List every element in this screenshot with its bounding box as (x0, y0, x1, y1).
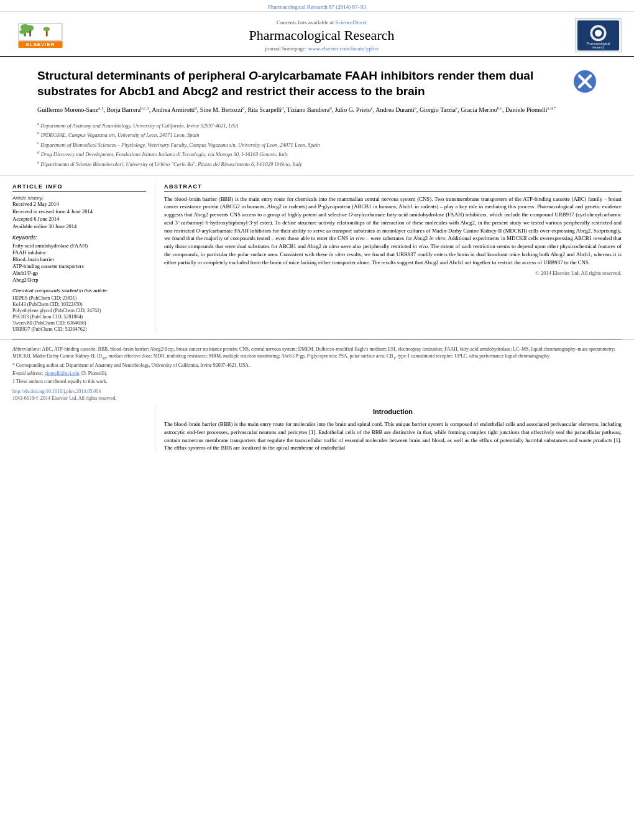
chem-3: Polyethylene glycol (PubChem CID; 24762) (12, 308, 146, 313)
chem-4: PSC833 (PubChem CID; 5281884) (12, 314, 146, 320)
title-row: Structural determinants of peripheral O-… (37, 68, 597, 99)
svg-point-8 (43, 27, 50, 31)
sciencedirect-link[interactable]: ScienceDirect (336, 19, 367, 25)
intro-paragraph: The blood–brain barrier (BBB) is the mai… (164, 420, 622, 452)
intro-heading: Introduction (164, 408, 622, 415)
article-title: Structural determinants of peripheral O-… (37, 68, 567, 99)
history-block: Article history: Received 2 May 2014 Rec… (12, 195, 146, 229)
introduction-section: Introduction The blood–brain barrier (BB… (0, 405, 634, 452)
svg-point-6 (26, 25, 34, 30)
affiliations-block: a Department of Anatomy and Neurobiology… (37, 121, 597, 168)
svg-text:CrossMark: CrossMark (577, 88, 593, 91)
journal-title: Pharmacological Research (68, 27, 575, 44)
keyword-2: FAAH inhibitor (12, 249, 146, 256)
abstract-heading: ABSTRACT (164, 183, 622, 192)
chem-5: Tween-80 (PubChem CID; 6364656) (12, 320, 146, 326)
footnote-section: Abbreviations: ABC, ATP-binding cassette… (0, 339, 634, 406)
journal-homepage-line: journal homepage: www.elsevier.com/locat… (68, 45, 575, 52)
keywords-block: Keywords: Fatty-acid amidohydrolase (FAA… (12, 234, 146, 283)
svg-text:research: research (592, 45, 605, 49)
author-email[interactable]: piomelli@uci.edu (45, 371, 80, 376)
available-date: Available online 30 June 2014 (12, 223, 146, 229)
abstract-text: The blood–brain barrier (BBB) is the mai… (164, 195, 622, 267)
chem-1: HEPES (PubChem CID; 23831) (12, 295, 146, 301)
homepage-url[interactable]: www.elsevier.com/locate/yphrs (308, 45, 379, 52)
keyword-5: Abcb1/P-gp (12, 270, 146, 276)
elsevier-logo: ELSEVIER (12, 23, 68, 48)
chem-compounds-block: Chemical compounds studied in this artic… (12, 288, 146, 332)
abstract-col: ABSTRACT The blood–brain barrier (BBB) i… (155, 183, 622, 333)
corresponding-author: * Corresponding author at: Department of… (12, 362, 622, 369)
abbreviations-text: Abbreviations: ABC, ATP-binding cassette… (12, 346, 622, 361)
history-label: Article history: (12, 195, 146, 201)
article-info-heading: ARTICLE INFO (12, 183, 146, 192)
abbrev-label: Abbreviations: (12, 346, 41, 352)
doi-line: http://dx.doi.org/10.1016/j.phrs.2014.05… (12, 388, 622, 395)
contents-label: Contents lists available at (277, 19, 334, 25)
pharm-logo-svg: Pharmacological research (577, 19, 619, 52)
email-line: E-mail address: piomelli@uci.edu (D. Pio… (12, 371, 622, 377)
info-abstract-section: ARTICLE INFO Article history: Received 2… (0, 176, 634, 333)
chem-6: URB937 (PubChem CID; 53394762) (12, 326, 146, 332)
revised-date: Received in revised form 4 June 2014 (12, 208, 146, 215)
homepage-label: journal homepage: (265, 45, 306, 52)
affil-e: e Dipartimento di Scienze Biomolecolari,… (37, 159, 597, 168)
intro-right-col: Introduction The blood–brain barrier (BB… (155, 405, 622, 452)
journal-ref-bar: Pharmacological Research 87 (2014) 87–93 (0, 0, 634, 12)
journal-header: ELSEVIER Contents lists available at Sci… (0, 12, 634, 57)
abbrev-content: ABC, ATP-binding cassette; BBB, blood–br… (12, 346, 615, 359)
affil-c: c Department of Biomedical Sciences – Ph… (37, 140, 597, 149)
affil-b: b INDEGSAL, Campus Vegazana s/n, Univers… (37, 130, 597, 139)
svg-point-15 (595, 29, 602, 36)
keyword-6: Abcg2/Bcrp (12, 277, 146, 283)
authors-line: Guillermo Moreno-Sanza,1, Borja Barrerab… (37, 105, 597, 115)
copyright-line: © 2014 Elsevier Ltd. All rights reserved… (164, 270, 622, 276)
doi-link[interactable]: http://dx.doi.org/10.1016/j.phrs.2014.05… (12, 389, 101, 394)
crossmark-badge: CrossMark (573, 70, 597, 93)
affil-d: d Drug Discovery and Development, Fondaz… (37, 149, 597, 159)
received-date: Received 2 May 2014 (12, 201, 146, 207)
pharm-research-logo: Pharmacological research (575, 18, 622, 52)
issn-line: 1043-6618/© 2014 Elsevier Ltd. All right… (12, 395, 622, 402)
keyword-4: ATP-binding cassette transporters (12, 263, 146, 269)
article-header: Structural determinants of peripheral O-… (0, 57, 634, 176)
chem-2: Ko143 (PubChem CID; 10322450) (12, 302, 146, 307)
crossmark-svg: CrossMark (573, 70, 597, 93)
affil-a: a Department of Anatomy and Neurobiology… (37, 121, 597, 130)
journal-reference: Pharmacological Research 87 (2014) 87–93 (268, 4, 366, 10)
accepted-date: Accepted 6 June 2014 (12, 216, 146, 222)
equal-contrib-note: 1 These authors contributed equally to t… (12, 379, 622, 385)
keywords-label: Keywords: (12, 234, 146, 241)
article-info-col: ARTICLE INFO Article history: Received 2… (12, 183, 155, 333)
svg-text:Pharmacological: Pharmacological (587, 41, 610, 45)
keyword-3: Blood–brain barrier (12, 256, 146, 262)
page: Pharmacological Research 87 (2014) 87–93… (0, 0, 634, 840)
intro-left-col (12, 405, 155, 452)
chem-label: Chemical compounds studied in this artic… (12, 288, 146, 293)
journal-center-info: Contents lists available at ScienceDirec… (68, 19, 575, 52)
keyword-1: Fatty-acid amidohydrolase (FAAH) (12, 242, 146, 249)
elsevier-logo-svg: ELSEVIER (16, 23, 65, 48)
contents-available-line: Contents lists available at ScienceDirec… (68, 19, 575, 25)
svg-text:ELSEVIER: ELSEVIER (26, 42, 55, 47)
